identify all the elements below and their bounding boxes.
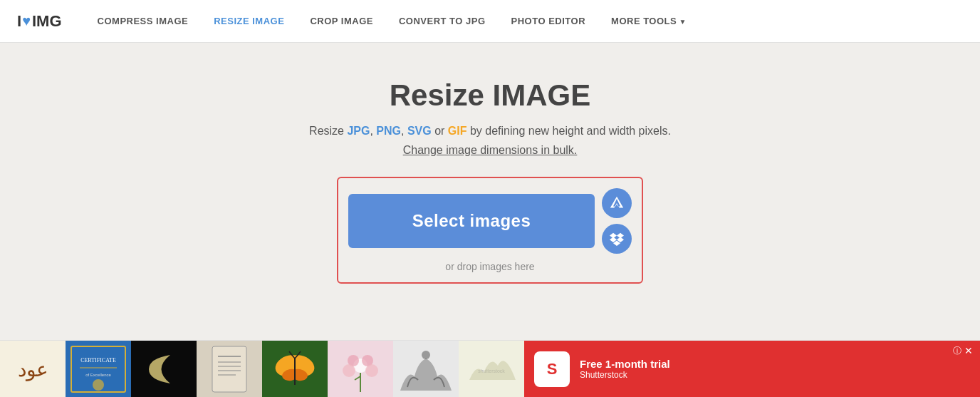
subtitle-line1: Resize JPG, PNG, SVG or GIF by defining … — [309, 123, 671, 140]
svg-point-7 — [93, 379, 104, 391]
format-svg: SVG — [407, 125, 432, 137]
logo-text-i: I — [17, 12, 21, 31]
svg-text:CERTIFICATE: CERTIFICATE — [80, 357, 116, 364]
thumbnail-6 — [328, 341, 393, 398]
upload-area: Select images or drop images here — [337, 177, 644, 284]
ad-subtitle: Shutterstock — [580, 370, 670, 380]
thumbnail-bar: عود CERTIFICATE of Excellence — [0, 340, 980, 397]
cloud-buttons — [602, 188, 632, 254]
ad-block: S Free 1-month trial Shutterstock ⓘ ✕ — [524, 341, 980, 398]
main-nav: COMPRESS IMAGE RESIZE IMAGE CROP IMAGE C… — [85, 16, 699, 26]
nav-compress[interactable]: COMPRESS IMAGE — [85, 16, 202, 26]
ad-title: Free 1-month trial — [580, 358, 670, 370]
site-logo[interactable]: I ♥ IMG — [17, 12, 62, 31]
dropbox-button[interactable] — [602, 224, 632, 254]
logo-text-img: IMG — [32, 12, 62, 31]
subtitle-line2[interactable]: Change image dimensions in bulk. — [403, 144, 578, 157]
ad-logo: S — [534, 351, 570, 387]
ad-info-icon[interactable]: ⓘ — [953, 345, 961, 357]
logo-heart-icon: ♥ — [22, 13, 31, 29]
google-drive-icon — [609, 195, 625, 211]
drop-text: or drop images here — [445, 261, 534, 272]
thumbnail-3 — [131, 341, 197, 398]
thumbnail-2: CERTIFICATE of Excellence — [66, 341, 131, 398]
svg-rect-8 — [131, 341, 197, 398]
thumbnail-5 — [262, 341, 328, 398]
nav-convert[interactable]: CONVERT TO JPG — [386, 16, 499, 26]
thumbnail-7 — [393, 341, 459, 398]
format-jpg: JPG — [347, 125, 370, 137]
svg-text:of Excellence: of Excellence — [85, 373, 111, 377]
upload-row: Select images — [348, 188, 632, 254]
nav-crop[interactable]: CROP IMAGE — [297, 16, 386, 26]
svg-text:عود: عود — [18, 359, 48, 381]
nav-photo[interactable]: PHOTO EDITOR — [499, 16, 598, 26]
svg-rect-10 — [212, 346, 246, 392]
nav-more[interactable]: MORE TOOLS — [598, 16, 699, 26]
format-png: PNG — [376, 125, 401, 137]
site-header: I ♥ IMG COMPRESS IMAGE RESIZE IMAGE CROP… — [0, 0, 980, 43]
format-gif: GIF — [448, 125, 467, 137]
google-drive-button[interactable] — [602, 188, 632, 218]
thumbnail-1: عود — [0, 341, 66, 398]
select-images-button[interactable]: Select images — [348, 194, 595, 248]
svg-point-27 — [365, 364, 378, 377]
main-content: Resize IMAGE Resize JPG, PNG, SVG or GIF… — [0, 43, 980, 312]
nav-resize[interactable]: RESIZE IMAGE — [201, 16, 297, 26]
page-title: Resize IMAGE — [390, 78, 590, 113]
svg-point-31 — [422, 351, 430, 359]
thumbnail-8: shutterstock — [459, 341, 524, 398]
thumbnail-4 — [197, 341, 262, 398]
svg-point-26 — [343, 364, 355, 377]
dropbox-icon — [610, 232, 624, 246]
ad-text: Free 1-month trial Shutterstock — [580, 358, 670, 380]
ad-close-button[interactable]: ✕ — [964, 345, 973, 356]
